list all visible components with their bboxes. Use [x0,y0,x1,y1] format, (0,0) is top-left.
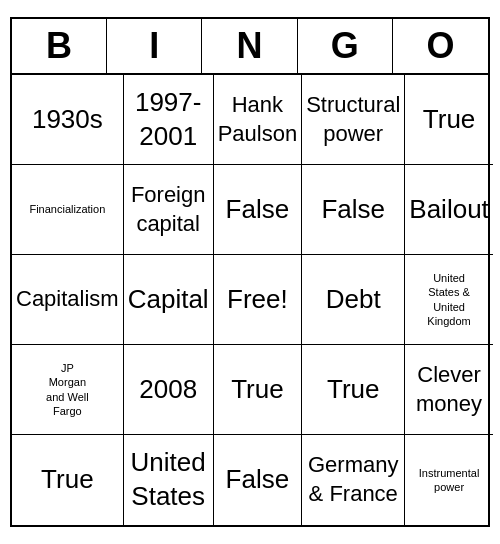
cell-text-15: JP Morgan and Well Fargo [46,361,89,418]
bingo-cell-4: True [405,75,493,165]
bingo-cell-7: False [214,165,303,255]
bingo-header: BINGO [12,19,488,75]
bingo-cell-5: Financialization [12,165,124,255]
bingo-card: BINGO 1930s1997- 2001Hank PaulsonStructu… [10,17,490,527]
bingo-cell-10: Capitalism [12,255,124,345]
bingo-cell-16: 2008 [124,345,214,435]
bingo-cell-12: Free! [214,255,303,345]
cell-text-21: United States [131,446,206,514]
cell-text-22: False [226,463,290,497]
bingo-cell-9: Bailout [405,165,493,255]
cell-text-4: True [423,103,476,137]
cell-text-6: Foreign capital [131,181,206,238]
bingo-cell-20: True [12,435,124,525]
cell-text-14: United States & United Kingdom [427,271,470,328]
cell-text-5: Financialization [29,202,105,216]
bingo-cell-11: Capital [124,255,214,345]
bingo-cell-17: True [214,345,303,435]
bingo-cell-14: United States & United Kingdom [405,255,493,345]
cell-text-7: False [226,193,290,227]
header-letter-N: N [202,19,297,73]
bingo-cell-13: Debt [302,255,405,345]
cell-text-9: Bailout [409,193,489,227]
cell-text-3: Structural power [306,91,400,148]
cell-text-13: Debt [326,283,381,317]
bingo-cell-15: JP Morgan and Well Fargo [12,345,124,435]
cell-text-16: 2008 [139,373,197,407]
cell-text-2: Hank Paulson [218,91,298,148]
cell-text-10: Capitalism [16,285,119,314]
bingo-cell-19: Clever money [405,345,493,435]
bingo-grid: 1930s1997- 2001Hank PaulsonStructural po… [12,75,488,525]
header-letter-O: O [393,19,488,73]
bingo-cell-21: United States [124,435,214,525]
cell-text-12: Free! [227,283,288,317]
header-letter-B: B [12,19,107,73]
cell-text-24: Instrumental power [419,466,480,495]
bingo-cell-23: Germany & France [302,435,405,525]
bingo-cell-22: False [214,435,303,525]
bingo-cell-24: Instrumental power [405,435,493,525]
cell-text-8: False [321,193,385,227]
cell-text-11: Capital [128,283,209,317]
bingo-cell-1: 1997- 2001 [124,75,214,165]
cell-text-1: 1997- 2001 [135,86,202,154]
bingo-cell-6: Foreign capital [124,165,214,255]
cell-text-20: True [41,463,94,497]
cell-text-0: 1930s [32,103,103,137]
bingo-cell-8: False [302,165,405,255]
bingo-cell-18: True [302,345,405,435]
cell-text-17: True [231,373,284,407]
cell-text-18: True [327,373,380,407]
bingo-cell-0: 1930s [12,75,124,165]
cell-text-19: Clever money [416,361,482,418]
bingo-cell-3: Structural power [302,75,405,165]
bingo-cell-2: Hank Paulson [214,75,303,165]
cell-text-23: Germany & France [308,451,398,508]
header-letter-I: I [107,19,202,73]
header-letter-G: G [298,19,393,73]
